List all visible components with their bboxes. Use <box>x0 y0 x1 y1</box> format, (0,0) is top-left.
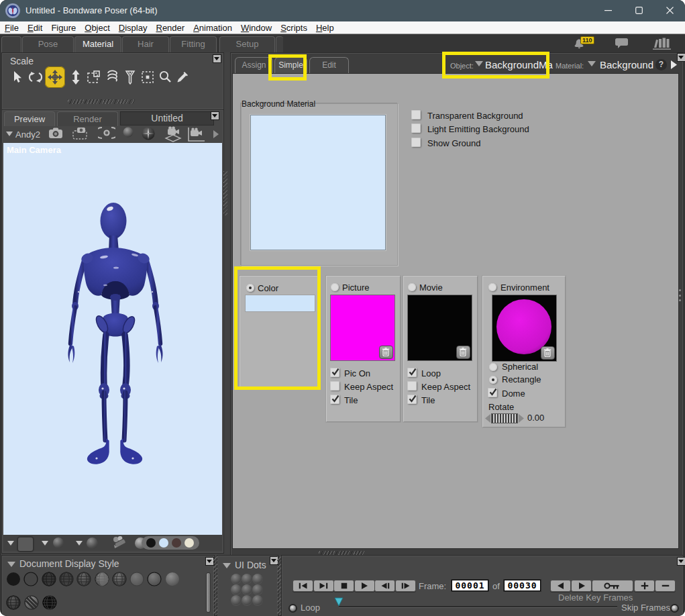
bottom-splitter-grip-1[interactable] <box>213 556 217 615</box>
ui-dot-6[interactable] <box>252 584 263 595</box>
last-frame-button[interactable] <box>313 580 334 592</box>
skip-frames-indicator-dot[interactable] <box>672 605 678 611</box>
library-icon[interactable] <box>652 37 672 50</box>
display-style-wireframe-dark[interactable] <box>42 572 56 586</box>
menu-display[interactable]: Display <box>114 22 152 33</box>
display-style-cartoon[interactable] <box>24 595 39 610</box>
step-back-button[interactable] <box>374 580 395 592</box>
ui-dot-2[interactable] <box>242 574 252 584</box>
picture-radio[interactable] <box>331 283 339 291</box>
loop-indicator-dot[interactable] <box>290 605 296 611</box>
environment-radio[interactable] <box>488 283 496 291</box>
tool-rotate[interactable] <box>25 66 46 88</box>
timeline-position-marker[interactable] <box>334 597 344 607</box>
camera-row-expand-icon[interactable] <box>213 130 219 139</box>
room-tab-hair[interactable]: Hair <box>122 36 169 52</box>
ui-dot-9[interactable] <box>252 595 263 606</box>
object-value[interactable]: BackgroundMa <box>485 59 553 70</box>
ground-color-swatch-cream[interactable] <box>185 538 194 548</box>
document-tab[interactable]: Untitled <box>120 111 214 125</box>
display-style-texture-wire[interactable] <box>6 595 21 610</box>
color-swatch[interactable] <box>245 295 315 312</box>
display-style-wireframe[interactable] <box>59 572 74 586</box>
material-tab-edit[interactable]: Edit <box>309 57 349 73</box>
ui-dot-8[interactable] <box>242 595 252 606</box>
room-tab-setup[interactable]: Setup <box>219 36 275 52</box>
ui-dot-1[interactable] <box>231 574 242 584</box>
current-frame-field[interactable]: 00001 <box>452 580 488 591</box>
picture-delete-button[interactable] <box>379 346 393 359</box>
display-style-wireframe-shaded[interactable] <box>112 572 127 586</box>
menu-edit[interactable]: Edit <box>23 22 46 33</box>
pic-on-checkbox[interactable] <box>330 368 339 377</box>
material-room-menu-button[interactable] <box>677 53 685 62</box>
display-mode-button[interactable] <box>17 536 34 552</box>
column-splitter-grip[interactable] <box>223 171 227 215</box>
background-color-swatch-black[interactable] <box>146 538 156 548</box>
maximize-button[interactable] <box>623 0 654 21</box>
close-button[interactable] <box>654 0 685 21</box>
display-style-outline[interactable] <box>23 572 38 586</box>
step-forward-button[interactable] <box>395 580 416 592</box>
delete-keyframe-button[interactable] <box>655 580 676 592</box>
tool-scale[interactable] <box>83 66 103 88</box>
display-style-wireframe-half[interactable] <box>95 572 109 586</box>
menu-help[interactable]: Help <box>311 22 338 33</box>
menu-file[interactable]: File <box>0 22 23 33</box>
display-style-smooth-outline[interactable] <box>147 572 162 586</box>
camera-dolly-icon[interactable] <box>71 126 89 144</box>
tool-select[interactable] <box>7 66 28 88</box>
tool-translate[interactable] <box>45 66 65 88</box>
panel-resize-grip[interactable] <box>68 99 135 104</box>
display-style-flat[interactable] <box>129 572 144 586</box>
display-style-wireframe-lit[interactable] <box>76 572 91 586</box>
material-tab-simple[interactable]: Simple <box>274 57 307 73</box>
menu-animation[interactable]: Animation <box>189 22 236 33</box>
ui-dot-5[interactable] <box>242 584 252 595</box>
sphere-star-icon[interactable] <box>141 126 156 144</box>
display-style-silhouette[interactable] <box>6 572 21 586</box>
tab-preview[interactable]: Preview <box>4 111 55 126</box>
previous-keyframe-button[interactable] <box>550 580 571 592</box>
menu-render[interactable]: Render <box>151 22 189 33</box>
sphere-light-icon[interactable] <box>122 126 134 141</box>
camera-frame-icon[interactable] <box>187 126 206 145</box>
object-dropdown-arrow[interactable] <box>475 61 483 70</box>
color-radio[interactable] <box>246 284 254 292</box>
chat-bubble-icon[interactable] <box>615 38 629 50</box>
figure-name[interactable]: Andy2 <box>15 130 40 140</box>
ui-dot-4[interactable] <box>231 584 242 595</box>
ground-sphere[interactable] <box>87 537 98 549</box>
picture-keep-aspect-checkbox[interactable] <box>330 381 339 391</box>
material-tab-assign[interactable]: Assign <box>235 57 273 73</box>
foreground-color-swatch-blue[interactable] <box>159 538 168 548</box>
viewport-3d[interactable]: Main Camera <box>3 143 222 535</box>
figure-andy2[interactable] <box>3 143 222 535</box>
menu-figure[interactable]: Figure <box>46 22 80 33</box>
room-tab-pose[interactable]: Pose <box>22 36 74 52</box>
tool-twist[interactable] <box>102 66 122 88</box>
next-keyframe-button[interactable] <box>571 580 592 592</box>
environment-delete-button[interactable] <box>541 346 555 360</box>
camera-orbit-icon[interactable] <box>98 126 115 142</box>
menu-scripts[interactable]: Scripts <box>276 22 311 33</box>
shadow-color-swatch-brown[interactable] <box>172 538 181 548</box>
material-value[interactable]: Background <box>600 59 653 70</box>
animation-menu-button[interactable] <box>677 557 685 566</box>
movie-loop-checkbox[interactable] <box>407 368 417 377</box>
first-frame-button[interactable] <box>293 580 313 592</box>
timeline-track[interactable] <box>339 606 617 607</box>
transparent-background-checkbox[interactable] <box>411 110 421 119</box>
shadow-dropdown-arrow[interactable] <box>42 541 48 549</box>
preview-panel-menu-button[interactable] <box>211 111 219 120</box>
tab-render[interactable]: Render <box>57 111 118 126</box>
tool-color-picker[interactable] <box>172 66 193 88</box>
ground-dropdown-arrow[interactable] <box>76 541 83 549</box>
style-brush-icon[interactable] <box>109 535 129 553</box>
display-mode-dropdown-arrow[interactable] <box>7 541 14 549</box>
show-ground-checkbox[interactable] <box>411 138 421 147</box>
bottom-splitter-grip-2[interactable] <box>277 556 281 615</box>
background-color-swatch[interactable] <box>250 115 386 250</box>
help-button[interactable]: ? <box>655 59 667 70</box>
doc-style-scrollbar[interactable] <box>206 572 211 613</box>
